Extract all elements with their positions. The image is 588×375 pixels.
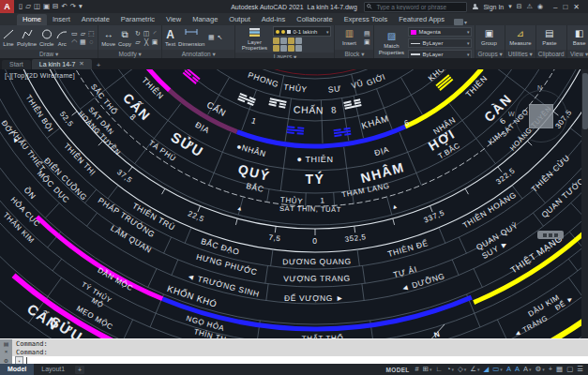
ribbon-tab-manage[interactable]: Manage [187, 14, 223, 25]
object-color-dropdown[interactable]: Magenta ▾ [408, 27, 472, 37]
insert-button[interactable]: ▥ Insert [338, 28, 360, 47]
file-tab-la-kinh-14-7[interactable]: La kinh 14-7✕ [32, 59, 92, 69]
status-toggle-10[interactable]: A▾ [523, 364, 532, 375]
help-icon[interactable]: ◉ [537, 3, 543, 10]
navigation-bar[interactable] [537, 231, 564, 239]
status-toggle-5[interactable]: ∠▾ [470, 364, 479, 375]
circle-button[interactable]: Circle [39, 29, 53, 47]
command-window[interactable]: ▤ × ⚙ Command: Command: ▾ [0, 338, 588, 365]
status-toggle-1[interactable]: ⊞▾ [423, 364, 432, 375]
line-button[interactable]: Line [3, 29, 14, 47]
ribbon-tab-annotate[interactable]: Annotate [76, 14, 115, 25]
viewcube-top-face[interactable] [529, 104, 553, 128]
ribbon-tab-collaborate[interactable]: Collaborate [291, 14, 338, 25]
command-close-icon[interactable]: × [5, 349, 8, 354]
panel-label-modify[interactable]: Modify ▾ [98, 50, 161, 58]
alert-icon[interactable]: ⚠ [527, 3, 533, 10]
vertical-scrollbar[interactable] [581, 69, 588, 338]
search-input[interactable] [374, 3, 464, 11]
new-layout-button[interactable]: + [75, 366, 84, 374]
saveas-icon[interactable]: ▣ [43, 0, 50, 13]
status-toggle-2[interactable]: ∟ [436, 364, 443, 375]
linetype-dropdown[interactable]: ByLayer ▾ [408, 38, 472, 48]
status-toggle-8[interactable]: A [506, 364, 511, 375]
ribbon-tab-parametric[interactable]: Parametric [115, 14, 160, 25]
panel-label-utilities[interactable]: Utilities ▾ [505, 50, 535, 58]
dropdown-icon[interactable]: ▾ [508, 3, 512, 10]
modify-extra-icons[interactable]: ↻◫◜▱╳▣ [134, 30, 158, 46]
draw-extra-icons[interactable]: ▭▱⬚◠▦◌ [70, 30, 95, 46]
ribbon-tab-add-ins[interactable]: Add-ins [256, 14, 291, 25]
layer-dropdown[interactable]: 0-1 lakinh ▾ [273, 26, 331, 37]
sign-in-button[interactable]: Sign In [483, 4, 504, 10]
block-extra-icons[interactable]: ▤▣ [363, 30, 370, 46]
annotation-extra-icons[interactable]: ▦↖ [207, 34, 232, 41]
chevron-down-icon[interactable]: ▾ [464, 19, 467, 25]
paste-button[interactable]: ▤ Paste [539, 28, 560, 47]
viewcube-west-label[interactable]: W [508, 111, 515, 117]
status-toggle-13[interactable]: ▦ [556, 364, 563, 375]
undo-icon[interactable]: ↶ [61, 0, 67, 13]
dimension-button[interactable]: Dimension [178, 29, 204, 47]
ribbon-tab-home[interactable]: Home [17, 14, 47, 25]
plot-icon[interactable]: ⊟ [53, 0, 58, 13]
tab-model[interactable]: Model [0, 364, 34, 375]
viewcube[interactable]: N W [512, 86, 570, 144]
ribbon-image-icon[interactable] [454, 19, 463, 25]
status-toggle-0[interactable]: # [415, 364, 419, 375]
panel-label-block[interactable]: Block ▾ [335, 50, 373, 58]
cart-icon[interactable]: ⊟ [517, 3, 522, 10]
tab-layout1[interactable]: Layout1 [34, 364, 72, 375]
panel-label-groups[interactable]: Groups ▾ [475, 50, 504, 58]
measure-button[interactable]: ⊿ Measure [508, 28, 533, 47]
viewcube-north-label[interactable]: N [537, 84, 542, 91]
ribbon-tab-view[interactable]: View [160, 14, 187, 25]
move-button[interactable]: ↔ Move [101, 29, 115, 47]
ribbon-tab-output[interactable]: Output [223, 14, 256, 25]
viewport-controls[interactable]: [-][Top][2D Wireframe] [5, 72, 75, 79]
scrollbar-thumb[interactable] [582, 73, 588, 129]
copy-button[interactable]: ⧉ Copy [118, 29, 131, 47]
status-toggle-11[interactable]: ⚙▾ [535, 364, 544, 375]
new-icon[interactable]: ▯ [19, 0, 23, 13]
layer-tool-icons[interactable] [273, 38, 331, 52]
panel-label-view[interactable]: View ▾ [567, 50, 588, 58]
match-properties-button[interactable]: ▨ Match Properties [377, 31, 405, 55]
status-toggle-6[interactable]: ◢ [483, 364, 489, 375]
drawing-area[interactable]: PHONGTHỦYSƯVŨGIỚIKHÔNCẤN1CHẤN8KHẢM6THIÊN… [0, 69, 588, 338]
panel-label-clipboard[interactable]: Clipboard [536, 50, 566, 58]
search-box[interactable] [364, 2, 467, 12]
lineweight-dropdown[interactable]: ByLayer ▾ [408, 50, 472, 58]
status-toggle-14[interactable]: ▢ [566, 364, 573, 375]
open-icon[interactable]: ▱ [25, 0, 31, 13]
redo-icon[interactable]: ↷ [70, 0, 76, 13]
ribbon-tab-express-tools[interactable]: Express Tools [339, 14, 394, 25]
file-tab-start[interactable]: Start [2, 60, 31, 69]
base-button[interactable]: ◧ Base [570, 28, 588, 47]
autocad-logo-icon[interactable]: A [0, 0, 14, 13]
status-toggle-7[interactable]: ▭▾ [492, 364, 503, 375]
command-window-controls[interactable]: ▤ × ⚙ [0, 339, 12, 365]
ribbon-tab-insert[interactable]: Insert [47, 14, 76, 25]
command-customize-icon[interactable]: ⚙ [4, 357, 8, 364]
minimize-button[interactable]: – [553, 3, 557, 11]
new-tab-button[interactable]: + [93, 61, 105, 69]
maximize-button[interactable]: □ [563, 3, 567, 11]
arc-button[interactable]: Arc [56, 29, 68, 47]
status-toggle-3[interactable]: ◔▾ [446, 364, 454, 375]
close-button[interactable]: ✕ [573, 3, 580, 11]
layer-properties-button[interactable]: Layer Properties [238, 27, 270, 52]
menu-icon[interactable]: ▾ [79, 0, 83, 13]
save-icon[interactable]: ◫ [34, 0, 40, 13]
panel-label-draw[interactable]: Draw ▾ [0, 50, 98, 58]
status-toggle-12[interactable]: + [549, 364, 552, 375]
ribbon-tab-featured-apps[interactable]: Featured Apps [393, 14, 450, 25]
status-toggle-9[interactable]: A [515, 364, 520, 375]
close-tab-icon[interactable]: ✕ [79, 60, 83, 68]
panel-label-annotation[interactable]: Annotation ▾ [162, 50, 234, 58]
model-space-indicator[interactable]: MODEL [386, 367, 410, 373]
text-button[interactable]: A Text [165, 29, 175, 47]
status-toggle-15[interactable]: ☰ [577, 364, 583, 375]
group-button[interactable]: ▣ Group [478, 28, 499, 47]
polyline-button[interactable]: Polyline [17, 29, 37, 47]
